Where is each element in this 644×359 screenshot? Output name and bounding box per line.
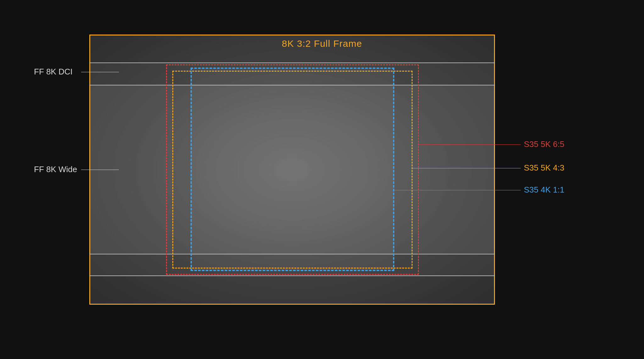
leader-s35-4k-1-1 <box>394 190 521 190</box>
label-s35-5k-6-5: S35 5K 6:5 <box>524 139 564 149</box>
diagram-title: 8K 3:2 Full Frame <box>282 38 362 49</box>
label-s35-5k-4-3: S35 5K 4:3 <box>524 163 564 173</box>
label-s35-4k-1-1: S35 4K 1:1 <box>524 185 564 195</box>
label-ff-8k-dci: FF 8K DCI <box>34 67 73 77</box>
leader-s35-5k-4-3 <box>413 168 521 168</box>
frame-s35-4k-1-1 <box>191 68 394 271</box>
leader-s35-5k-6-5 <box>419 144 521 145</box>
sensor-frame-diagram: 8K 3:2 Full Frame FF 8K DCI FF 8K Wide S… <box>0 0 644 359</box>
leader-ff-8k-wide <box>81 170 119 170</box>
label-ff-8k-wide: FF 8K Wide <box>34 165 77 174</box>
leader-ff-8k-dci <box>81 72 119 72</box>
